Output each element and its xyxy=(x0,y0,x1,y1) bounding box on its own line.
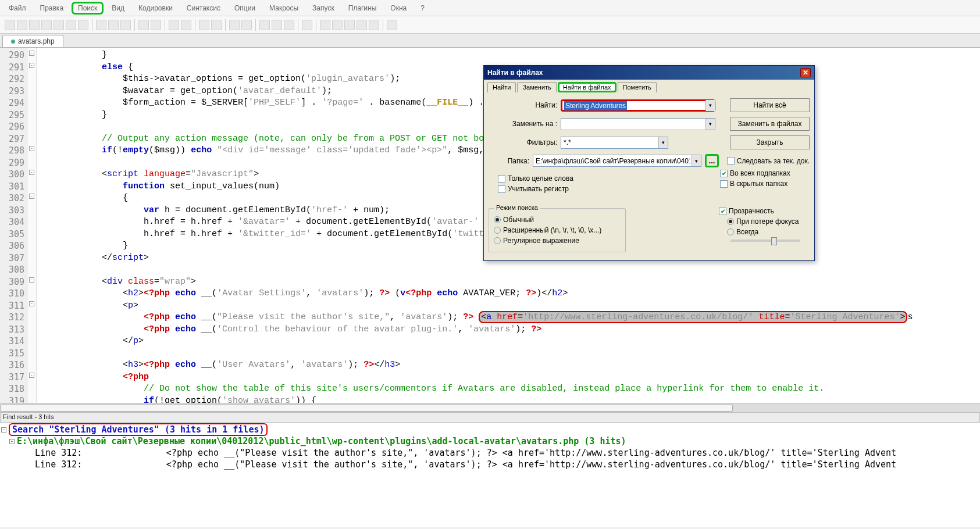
tree-collapse-icon[interactable]: - xyxy=(1,427,6,433)
match-case-label: Учитывать регистр xyxy=(508,185,569,193)
cut-icon[interactable] xyxy=(96,20,106,30)
fold-box-icon[interactable]: - xyxy=(29,63,34,68)
mode-extended-label: Расширенный (\n, \r, \t, \0, \x...) xyxy=(503,226,601,234)
dialog-tab-mark[interactable]: Пометить xyxy=(618,82,657,92)
tree-collapse-icon[interactable]: - xyxy=(9,439,15,444)
print-icon[interactable] xyxy=(78,20,88,30)
sync-h-icon[interactable] xyxy=(241,20,252,30)
menu-file[interactable]: Файл xyxy=(3,2,32,15)
menu-help[interactable]: ? xyxy=(415,2,430,15)
dialog-tab-find-in-files[interactable]: Найти в файлах xyxy=(558,82,616,92)
chevron-down-icon[interactable]: ▾ xyxy=(692,155,701,166)
stop-macro-icon[interactable] xyxy=(332,20,343,30)
new-file-icon[interactable] xyxy=(5,20,15,30)
mode-normal-radio[interactable] xyxy=(494,216,501,223)
paste-icon[interactable] xyxy=(120,20,131,30)
close-all-icon[interactable] xyxy=(66,20,76,30)
replace-input[interactable] xyxy=(561,118,715,130)
folder-input[interactable] xyxy=(533,155,701,167)
copy-icon[interactable] xyxy=(108,20,119,30)
fold-box-icon[interactable]: - xyxy=(29,277,34,283)
find-label: Найти: xyxy=(489,101,557,109)
find-all-button[interactable]: Найти всё xyxy=(730,98,810,112)
line-number-gutter: 2902912922932942952962972982993003013023… xyxy=(0,48,28,403)
fold-box-icon[interactable]: - xyxy=(29,301,34,306)
chevron-down-icon[interactable]: ▾ xyxy=(705,119,715,130)
toolbar xyxy=(0,16,980,34)
find-in-files-dialog: Найти в файлах ✕ Найти Заменить Найти в … xyxy=(483,65,815,261)
misc-icon[interactable] xyxy=(387,20,397,30)
record-macro-icon[interactable] xyxy=(320,20,330,30)
find-icon[interactable] xyxy=(169,20,179,30)
redo-icon[interactable] xyxy=(151,20,161,30)
mode-regex-label: Регулярное выражение xyxy=(503,237,579,245)
match-case-checkbox[interactable] xyxy=(498,185,505,193)
zoom-in-icon[interactable] xyxy=(199,20,209,30)
fold-box-icon[interactable]: - xyxy=(29,170,34,175)
menu-search[interactable]: Поиск xyxy=(72,2,104,15)
fold-box-icon[interactable]: - xyxy=(29,373,34,378)
file-tab-avatars[interactable]: avatars.php xyxy=(2,35,63,47)
menu-edit[interactable]: Правка xyxy=(34,2,70,15)
replace-icon[interactable] xyxy=(181,20,191,30)
menu-bar: Файл Правка Поиск Вид Кодировки Синтакси… xyxy=(0,0,980,16)
replace-in-files-button[interactable]: Заменить в файлах xyxy=(730,117,810,131)
trans-always-radio[interactable] xyxy=(727,228,734,235)
follow-doc-checkbox[interactable] xyxy=(727,157,735,165)
close-button[interactable]: Закрыть xyxy=(730,135,810,149)
indent-icon[interactable] xyxy=(284,20,294,30)
chevron-down-icon[interactable]: ▾ xyxy=(705,100,715,111)
fold-box-icon[interactable]: - xyxy=(29,194,34,199)
find-input[interactable] xyxy=(561,99,715,112)
fold-box-icon[interactable]: - xyxy=(29,146,34,151)
fold-box-icon[interactable]: - xyxy=(29,51,34,56)
menu-settings[interactable]: Опции xyxy=(229,2,261,15)
folder-icon[interactable] xyxy=(302,20,312,30)
save-icon[interactable] xyxy=(29,20,40,30)
menu-view[interactable]: Вид xyxy=(106,2,130,15)
save-macro-icon[interactable] xyxy=(369,20,379,30)
filters-input[interactable] xyxy=(561,137,668,149)
dialog-tab-replace[interactable]: Заменить xyxy=(517,82,556,92)
result-match-line[interactable]: Line 312: <?php echo __("Please visit th… xyxy=(1,459,979,470)
undo-icon[interactable] xyxy=(138,20,149,30)
mode-regex-radio[interactable] xyxy=(494,237,501,244)
close-icon[interactable]: ✕ xyxy=(800,68,811,77)
mode-extended-radio[interactable] xyxy=(494,227,501,234)
save-all-icon[interactable] xyxy=(41,20,52,30)
menu-encoding[interactable]: Кодировки xyxy=(133,2,179,15)
open-file-icon[interactable] xyxy=(17,20,27,30)
hidden-folders-label: В скрытых папках xyxy=(730,180,787,188)
close-icon[interactable] xyxy=(54,20,64,30)
wrap-icon[interactable] xyxy=(259,20,270,30)
transparency-checkbox[interactable]: ✔ xyxy=(719,208,726,215)
browse-folder-button[interactable]: ... xyxy=(705,154,719,167)
invisible-icon[interactable] xyxy=(272,20,282,30)
menu-windows[interactable]: Окна xyxy=(384,2,412,15)
folder-label: Папка: xyxy=(489,157,529,165)
play-multi-icon[interactable] xyxy=(357,20,367,30)
menu-syntax[interactable]: Синтаксис xyxy=(181,2,226,15)
whole-word-checkbox[interactable] xyxy=(498,175,505,183)
trans-lose-focus-radio[interactable] xyxy=(727,218,734,225)
filters-input-wrap: ▾ xyxy=(561,137,668,149)
dialog-tab-find[interactable]: Найти xyxy=(487,82,516,92)
search-mode-title: Режим поиска xyxy=(494,204,540,211)
menu-plugins[interactable]: Плагины xyxy=(343,2,383,15)
menu-run[interactable]: Запуск xyxy=(307,2,340,15)
transparency-slider[interactable] xyxy=(730,240,800,242)
result-match-line[interactable]: Line 312: <?php echo __("Please visit th… xyxy=(1,447,979,459)
dialog-titlebar[interactable]: Найти в файлах ✕ xyxy=(484,66,814,80)
play-macro-icon[interactable] xyxy=(344,20,355,30)
chevron-down-icon[interactable]: ▾ xyxy=(658,137,668,148)
sync-v-icon[interactable] xyxy=(229,20,240,30)
dialog-title-text: Найти в файлах xyxy=(487,69,543,77)
hidden-folders-checkbox[interactable] xyxy=(720,180,728,188)
horizontal-scrollbar[interactable] xyxy=(0,403,980,412)
menu-macros[interactable]: Макросы xyxy=(263,2,304,15)
file-status-icon xyxy=(11,40,15,44)
search-mode-group: Режим поиска Обычный Расширенный (\n, \r… xyxy=(489,208,626,252)
zoom-out-icon[interactable] xyxy=(211,20,222,30)
subfolders-checkbox[interactable]: ✔ xyxy=(720,170,728,177)
find-result-panel[interactable]: -Search "Sterling Adventures" (3 hits in… xyxy=(0,423,980,527)
